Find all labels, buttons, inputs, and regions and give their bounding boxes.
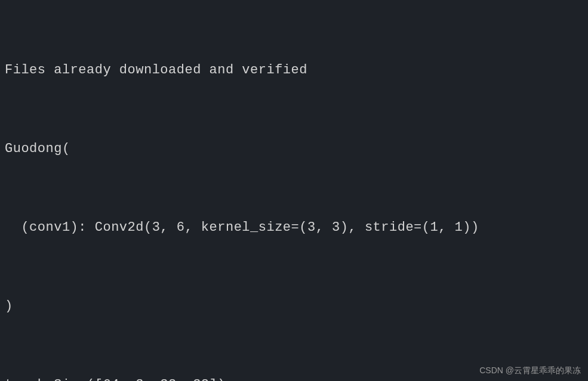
output-line: Guodong( — [5, 136, 583, 162]
watermark-text: CSDN @云霄星乖乖的果冻 — [479, 365, 581, 376]
output-line: Files already downloaded and verified — [5, 57, 583, 83]
terminal-output: Files already downloaded and verified Gu… — [5, 5, 583, 381]
output-line: ) — [5, 293, 583, 320]
output-line: (conv1): Conv2d(3, 6, kernel_size=(3, 3)… — [5, 215, 583, 241]
